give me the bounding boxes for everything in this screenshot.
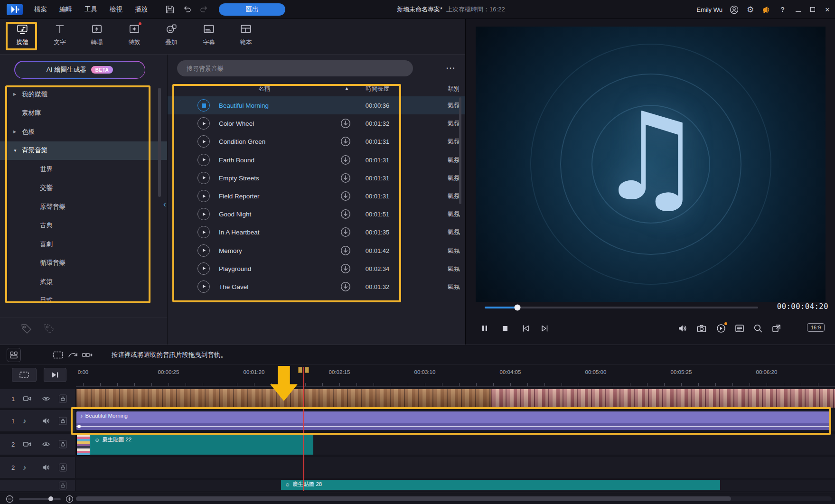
sidebar-item[interactable]: 原聲音樂	[0, 197, 167, 216]
sidebar-item[interactable]: 古典	[0, 216, 167, 235]
download-icon[interactable]	[340, 191, 351, 201]
play-preview-button[interactable]	[197, 208, 210, 220]
play-preview-button[interactable]	[197, 244, 210, 257]
download-icon[interactable]	[340, 245, 351, 256]
menu-item-3[interactable]: 檢視	[110, 5, 122, 14]
zoom-fit-icon[interactable]	[753, 323, 763, 334]
download-icon[interactable]	[340, 136, 351, 147]
volume-envelope-line[interactable]	[76, 426, 830, 427]
seek-knob[interactable]	[515, 305, 521, 311]
eye-visibility-icon[interactable]	[42, 394, 50, 403]
music-row[interactable]: Good Night00:01:51氣氛	[168, 205, 465, 223]
redo-icon[interactable]	[200, 5, 208, 14]
video-clip-filmstrip-1[interactable]	[76, 389, 491, 408]
pause-button[interactable]	[479, 323, 490, 334]
keyframe-dot[interactable]	[77, 425, 81, 428]
next-frame-button[interactable]	[539, 323, 550, 334]
sidebar-item[interactable]: 素材庫	[0, 104, 167, 123]
scrollbar-thumb[interactable]	[76, 496, 731, 501]
download-icon[interactable]	[340, 263, 351, 274]
sidebar-item[interactable]: 循環音樂	[0, 254, 167, 273]
tab-transitions[interactable]: 轉場	[81, 23, 113, 52]
music-row[interactable]: Memory00:01:42氣氛	[168, 242, 465, 260]
music-row[interactable]: Playground00:02:34氣氛	[168, 260, 465, 278]
ai-image-generator-button[interactable]: AI 繪圖生成器 BETA	[14, 61, 145, 79]
speaker-icon[interactable]	[42, 417, 50, 425]
speaker-icon[interactable]	[42, 463, 50, 472]
lock-icon[interactable]	[59, 482, 67, 490]
track-manager-button[interactable]	[7, 348, 21, 362]
sticker-clip-22[interactable]: ☺ 慶生貼圖 22	[76, 435, 313, 455]
menu-item-4[interactable]: 播放	[135, 5, 148, 14]
menu-item-1[interactable]: 編輯	[59, 5, 72, 14]
music-row[interactable]: Field Reporter00:01:31氣氛	[168, 187, 465, 205]
music-row[interactable]: Earth Bound00:01:31氣氛	[168, 151, 465, 169]
close-button[interactable]: ✕	[824, 6, 831, 13]
eye-visibility-icon[interactable]	[42, 440, 50, 448]
play-preview-button[interactable]	[197, 226, 210, 238]
maximize-button[interactable]	[809, 6, 816, 13]
play-preview-button[interactable]	[197, 190, 210, 202]
chevron-down-icon[interactable]: ▼	[13, 149, 22, 153]
download-icon[interactable]	[340, 155, 351, 165]
tab-overlays[interactable]: 疊加	[155, 23, 188, 52]
tab-effects[interactable]: 特效	[118, 23, 150, 52]
search-input[interactable]	[177, 60, 413, 76]
music-row[interactable]: The Gavel00:01:32氣氛	[168, 278, 465, 296]
user-avatar-icon[interactable]	[730, 5, 739, 14]
track-header-video-2[interactable]: 2	[0, 434, 75, 455]
sidebar-scrollbar[interactable]	[158, 88, 161, 197]
collapse-panel-chevron-icon[interactable]: ‹	[163, 199, 166, 209]
sidebar-item[interactable]: 搖滾	[0, 272, 167, 291]
play-preview-button[interactable]	[197, 135, 210, 148]
tab-subtitles[interactable]: 字幕	[193, 23, 225, 52]
timeline-zoom-slider[interactable]	[19, 498, 61, 500]
sidebar-item[interactable]: 交響	[0, 179, 167, 198]
timeline-horizontal-scrollbar[interactable]	[76, 496, 832, 501]
timeline-ruler[interactable]: 0:0000:00:2500:01:2000:02:1500:03:1000:0…	[76, 366, 835, 387]
playhead-marker[interactable]	[298, 367, 310, 373]
settings-gear-icon[interactable]: ⚙	[746, 5, 755, 14]
chevron-right-icon[interactable]: ▶	[13, 92, 22, 96]
music-row[interactable]: In A Heartbeat00:01:35氣氛	[168, 223, 465, 241]
insert-clip-icon[interactable]	[82, 350, 93, 360]
track-header-video-1[interactable]: 1	[0, 389, 75, 408]
music-row[interactable]: Color Wheel00:01:32氣氛	[168, 114, 465, 132]
column-header-duration[interactable]: 時間長度	[366, 85, 389, 93]
menu-item-2[interactable]: 工具	[84, 5, 97, 14]
tag-outline-icon[interactable]	[43, 322, 56, 335]
lock-icon[interactable]	[59, 440, 67, 448]
sidebar-item[interactable]: ▼背景音樂	[0, 141, 167, 160]
zoom-out-button[interactable]	[6, 495, 14, 503]
aspect-ratio-badge[interactable]: 16:9	[807, 323, 825, 332]
tag-icon[interactable]	[20, 322, 33, 335]
download-icon[interactable]	[340, 227, 351, 237]
seek-bar[interactable]	[485, 307, 758, 308]
video-clip-filmstrip-2[interactable]	[491, 389, 835, 408]
play-preview-button[interactable]	[197, 154, 210, 166]
undo-icon[interactable]	[183, 5, 191, 14]
previous-frame-button[interactable]	[520, 323, 531, 334]
range-selection-tool-button[interactable]	[12, 368, 37, 382]
sidebar-item[interactable]: ▶我的媒體	[0, 85, 167, 104]
stop-playback-button[interactable]	[197, 99, 210, 112]
more-options-button[interactable]: ⋯	[442, 60, 459, 75]
trim-marker-right[interactable]	[305, 367, 309, 373]
track-header-audio-2[interactable]: 2♪	[0, 457, 75, 478]
lock-icon[interactable]	[59, 417, 67, 425]
chevron-right-icon[interactable]: ▶	[13, 130, 22, 134]
download-icon[interactable]	[340, 281, 351, 292]
music-row[interactable]: Condition Green00:01:31氣氛	[168, 132, 465, 150]
range-select-icon[interactable]	[52, 350, 64, 360]
download-icon[interactable]	[340, 173, 351, 183]
play-preview-button[interactable]	[197, 172, 210, 184]
column-header-category[interactable]: 類別	[448, 85, 460, 93]
stop-button[interactable]	[500, 323, 510, 334]
sidebar-item[interactable]: 日式	[0, 291, 167, 310]
popout-window-icon[interactable]	[771, 323, 782, 334]
sticker-clip-28[interactable]: ☺ 慶生貼圖 28	[281, 480, 720, 490]
menu-item-0[interactable]: 檔案	[34, 5, 47, 14]
zoom-in-button[interactable]	[66, 495, 74, 503]
help-icon[interactable]: ?	[778, 5, 787, 14]
column-header-name[interactable]: 名稱	[259, 85, 271, 93]
